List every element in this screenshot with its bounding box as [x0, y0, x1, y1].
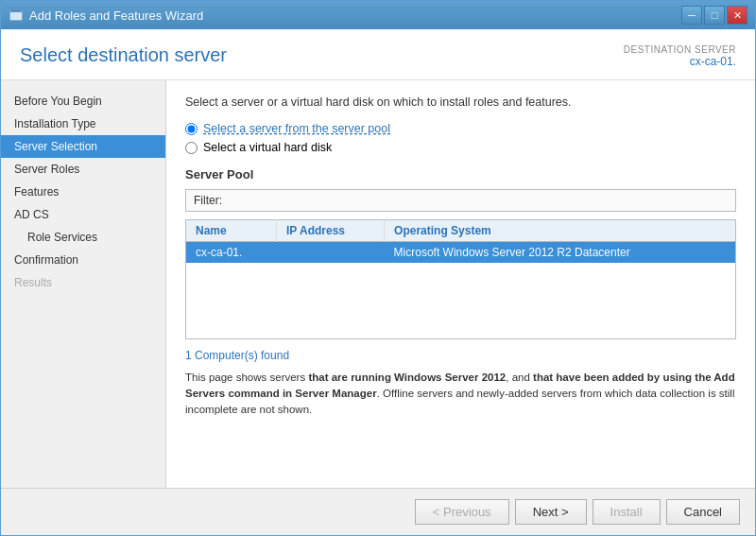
sidebar-item-confirmation[interactable]: Confirmation	[1, 249, 165, 271]
window-icon	[9, 8, 24, 23]
instruction-text: Select a server or a virtual hard disk o…	[185, 95, 736, 109]
table-header-row: Name IP Address Operating System	[186, 220, 736, 242]
filter-input[interactable]	[230, 194, 728, 207]
install-button[interactable]: Install	[593, 499, 661, 525]
sidebar-item-results[interactable]: Results	[1, 271, 165, 294]
radio-pool-input[interactable]	[185, 123, 198, 135]
sidebar-item-features[interactable]: Features	[1, 181, 165, 203]
cell-name: cx-ca-01.	[186, 242, 277, 264]
table-empty-row	[186, 282, 736, 301]
window-title: Add Roles and Features Wizard	[29, 9, 203, 23]
title-bar-controls: ─ □ ✕	[681, 6, 747, 25]
sidebar-item-role-services[interactable]: Role Services	[1, 226, 165, 249]
main-layout: Before You Begin Installation Type Serve…	[1, 80, 755, 488]
cell-os: Microsoft Windows Server 2012 R2 Datacen…	[385, 242, 736, 264]
radio-vhd-label[interactable]: Select a virtual hard disk	[203, 141, 332, 154]
table-empty-row	[186, 263, 736, 282]
dest-server-label: DESTINATION SERVER	[624, 44, 736, 55]
filter-row: Filter:	[185, 189, 736, 212]
table-body: cx-ca-01. Microsoft Windows Server 2012 …	[186, 242, 736, 339]
close-button[interactable]: ✕	[727, 6, 747, 25]
server-table: Name IP Address Operating System cx-ca-0…	[185, 219, 736, 339]
main-window: Add Roles and Features Wizard ─ □ ✕ Sele…	[0, 0, 756, 536]
table-header: Name IP Address Operating System	[186, 220, 736, 242]
info-text: This page shows servers that are running…	[185, 370, 736, 419]
dest-server-block: DESTINATION SERVER cx-ca-01.	[624, 44, 736, 68]
server-pool-section-title: Server Pool	[185, 167, 736, 182]
page-title: Select destination server	[20, 44, 227, 66]
footer: < Previous Next > Install Cancel	[1, 488, 755, 535]
radio-option-vhd[interactable]: Select a virtual hard disk	[185, 141, 736, 154]
col-os: Operating System	[385, 220, 736, 242]
sidebar-item-server-selection[interactable]: Server Selection	[1, 135, 165, 158]
minimize-button[interactable]: ─	[681, 6, 702, 25]
sidebar-item-before-you-begin[interactable]: Before You Begin	[1, 90, 165, 112]
full-layout: Select destination server DESTINATION SE…	[1, 29, 755, 535]
title-bar-left: Add Roles and Features Wizard	[9, 8, 203, 23]
radio-option-pool[interactable]: Select a server from the server pool	[185, 122, 736, 135]
svg-rect-2	[10, 9, 22, 12]
cell-ip	[277, 242, 385, 264]
table-empty-row	[186, 320, 736, 338]
dest-server-name: cx-ca-01.	[624, 55, 736, 68]
restore-button[interactable]: □	[704, 6, 725, 25]
title-bar: Add Roles and Features Wizard ─ □ ✕	[1, 1, 755, 29]
table-empty-row	[186, 301, 736, 320]
header-band: Select destination server DESTINATION SE…	[1, 29, 755, 80]
sidebar-item-server-roles[interactable]: Server Roles	[1, 158, 165, 181]
found-text: 1 Computer(s) found	[185, 349, 736, 362]
previous-button[interactable]: < Previous	[415, 499, 509, 525]
col-name: Name	[186, 220, 277, 242]
next-button[interactable]: Next >	[515, 499, 587, 525]
sidebar-item-ad-cs[interactable]: AD CS	[1, 203, 165, 226]
radio-vhd-input[interactable]	[185, 142, 198, 154]
svg-rect-1	[10, 12, 22, 20]
table-row[interactable]: cx-ca-01. Microsoft Windows Server 2012 …	[186, 242, 736, 264]
col-ip: IP Address	[277, 220, 385, 242]
right-panel: Select a server or a virtual hard disk o…	[166, 80, 755, 488]
sidebar: Before You Begin Installation Type Serve…	[1, 80, 166, 488]
cancel-button[interactable]: Cancel	[666, 499, 740, 525]
radio-group: Select a server from the server pool Sel…	[185, 122, 736, 154]
sidebar-item-installation-type[interactable]: Installation Type	[1, 112, 165, 135]
radio-pool-label[interactable]: Select a server from the server pool	[203, 122, 390, 135]
filter-label: Filter:	[194, 194, 222, 207]
